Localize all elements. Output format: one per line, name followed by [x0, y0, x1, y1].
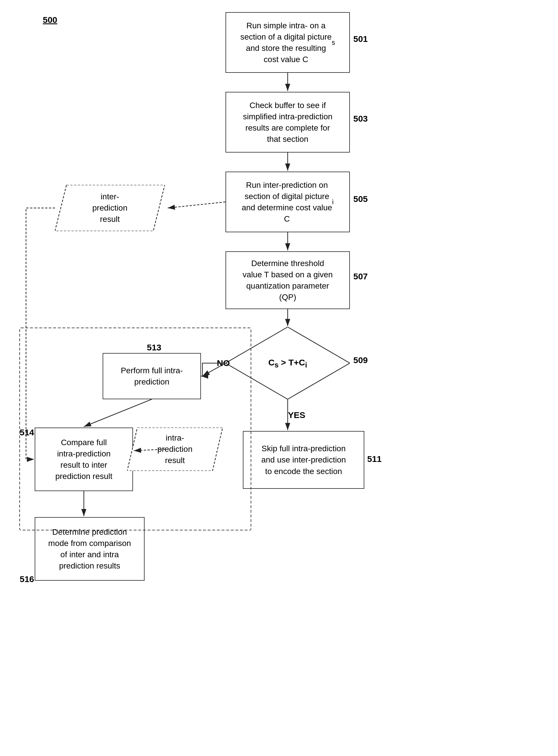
yes-label: YES: [288, 410, 305, 420]
label-509: 509: [353, 355, 368, 365]
intra-prediction-result: intra-predictionresult: [127, 428, 223, 471]
label-503: 503: [353, 114, 368, 124]
diagram-title: 500: [43, 15, 57, 25]
label-501: 501: [353, 34, 376, 44]
step-516-box: Determine prediction mode from compariso…: [35, 517, 145, 580]
step-501-box: Run simple intra- on a section of a digi…: [226, 12, 350, 73]
svg-line-9: [168, 202, 226, 208]
step-505-box: Run inter-prediction on section of digit…: [226, 171, 350, 232]
label-516: 516: [20, 574, 34, 584]
step-509-diamond: Cs > T+Ci: [226, 327, 350, 399]
label-511: 511: [367, 454, 382, 464]
step-511-box: Skip full intra-prediction and use inter…: [243, 431, 364, 489]
step-507-box: Determine threshold value T based on a g…: [226, 251, 350, 309]
step-503-box: Check buffer to see if simplified intra-…: [226, 92, 350, 153]
label-507: 507: [353, 272, 368, 281]
label-514: 514: [20, 428, 34, 437]
label-513: 513: [147, 343, 161, 352]
diagram-container: 500 Run simple intra- on a section of a …: [0, 0, 558, 756]
step-513-box: Perform full intra- prediction: [103, 353, 201, 399]
step-514-box: Compare full intra-prediction result to …: [35, 428, 133, 491]
label-505: 505: [353, 194, 368, 204]
inter-prediction-result: inter-predictionresult: [55, 185, 165, 231]
svg-line-12: [84, 399, 152, 427]
no-label: NO: [217, 358, 230, 368]
